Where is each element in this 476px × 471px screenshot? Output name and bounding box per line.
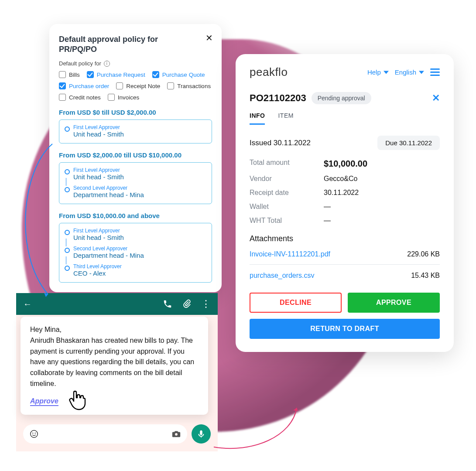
tab-info[interactable]: INFO <box>250 112 265 125</box>
chat-message-text: Hey Mina,Anirudh Bhaskaran has created n… <box>30 324 199 389</box>
chat-window: ← ⋮ Hey Mina,Anirudh Bhaskaran has creat… <box>16 293 218 459</box>
field-label: Vendor <box>250 175 324 183</box>
svg-point-3 <box>175 433 178 436</box>
attachment-link[interactable]: Invoice-INV-11112201.pdf <box>250 250 330 258</box>
more-icon[interactable]: ⋮ <box>201 298 211 310</box>
policy-option-checkbox[interactable]: Transactions <box>167 82 211 89</box>
policy-option-checkbox[interactable]: Purchase Request <box>87 71 145 78</box>
field-label: Receipt date <box>250 189 324 197</box>
help-dropdown[interactable]: Help <box>367 68 389 76</box>
approver-level: Second Level ApproverDepartment head - M… <box>69 246 205 259</box>
menu-icon[interactable] <box>430 68 440 76</box>
tier-box: First Level ApproverUnit head - SmithSec… <box>59 162 212 204</box>
field-label: WHT Total <box>250 217 324 225</box>
close-icon[interactable]: ✕ <box>432 92 440 104</box>
tier-box: First Level ApproverUnit head - SmithSec… <box>59 223 212 283</box>
field-label: Wallet <box>250 203 324 211</box>
status-badge: Pending approval <box>312 92 371 104</box>
chevron-down-icon <box>419 70 424 75</box>
policy-title: Default approval policy for PR/PQ/PO <box>59 34 181 54</box>
attachment-row: Invoice-INV-11112201.pdf229.06 KB <box>250 250 440 265</box>
wallet-value: — <box>324 203 440 211</box>
total-amount: $10,000.00 <box>324 159 440 169</box>
approver-level: First Level ApproverUnit head - Smith <box>69 228 205 241</box>
chat-input[interactable] <box>23 424 187 444</box>
attachment-size: 229.06 KB <box>407 250 440 258</box>
attachment-icon[interactable] <box>182 299 192 309</box>
policy-option-checkbox[interactable]: Purchase Quote <box>152 71 205 78</box>
policy-option-checkbox[interactable]: Bills <box>59 71 80 78</box>
wht-value: — <box>324 217 440 225</box>
policy-option-checkbox[interactable]: Receipt Note <box>116 82 160 89</box>
attachment-row: purchase_orders.csv15.43 KB <box>250 272 440 282</box>
tier-title: From USD $0 till USD $2,000.00 <box>59 109 212 116</box>
brand-logo: peakflo <box>250 65 288 79</box>
mic-button[interactable] <box>192 424 211 444</box>
policy-option-checkbox[interactable]: Credit notes <box>59 94 101 101</box>
vendor-name: Gecco&Co <box>324 175 440 183</box>
decline-button[interactable]: DECLINE <box>250 293 342 313</box>
policy-subtitle: Default policy for i <box>59 60 212 67</box>
return-to-draft-button[interactable]: RETURN TO DRAFT <box>250 319 440 339</box>
receipt-date: 30.11.2022 <box>324 189 440 197</box>
po-details-card: peakflo Help English PO21102203 Pending … <box>236 54 454 352</box>
policy-option-grid: BillsPurchase RequestPurchase QuotePurch… <box>59 71 212 101</box>
due-date: Due 30.11.2022 <box>377 136 440 150</box>
chat-header: ← ⋮ <box>16 293 218 315</box>
approver-level: Third Level ApproverCEO - Alex <box>69 263 205 277</box>
attachment-link[interactable]: purchase_orders.csv <box>250 272 315 280</box>
tab-item[interactable]: ITEM <box>278 112 293 125</box>
approval-policy-card: Default approval policy for PR/PQ/PO ✕ D… <box>49 24 222 292</box>
policy-option-checkbox[interactable]: Invoices <box>108 94 140 101</box>
tier-box: First Level ApproverUnit head - Smith <box>59 119 212 143</box>
chat-message-bubble: Hey Mina,Anirudh Bhaskaran has created n… <box>21 317 208 415</box>
attachment-size: 15.43 KB <box>411 272 440 280</box>
phone-icon[interactable] <box>163 299 172 309</box>
policy-option-checkbox[interactable]: Purchase order <box>59 82 109 89</box>
field-label: Total amount <box>250 159 324 169</box>
svg-point-2 <box>35 433 36 433</box>
emoji-icon[interactable] <box>29 429 39 439</box>
pointer-cursor-icon <box>68 390 87 416</box>
approve-button[interactable]: APPROVE <box>348 293 440 313</box>
back-icon[interactable]: ← <box>23 299 32 309</box>
approver-level: Second Level ApproverDepartment head - M… <box>69 185 205 198</box>
issued-date: Issued 30.11.2022 <box>250 139 311 147</box>
po-number: PO21102203 <box>250 92 306 104</box>
info-icon[interactable]: i <box>104 61 110 67</box>
tier-title: From USD $10,000.00 and above <box>59 212 212 219</box>
language-dropdown[interactable]: English <box>395 68 424 76</box>
attachments-title: Attachments <box>250 234 440 243</box>
svg-point-0 <box>31 430 38 438</box>
chevron-down-icon <box>384 70 389 75</box>
approver-level: First Level ApproverUnit head - Smith <box>69 167 205 181</box>
approver-level: First Level ApproverUnit head - Smith <box>69 124 205 138</box>
approve-link[interactable]: Approve <box>30 397 58 406</box>
tier-title: From USD $2,000.00 till USD $10,000.00 <box>59 151 212 159</box>
close-icon[interactable]: ✕ <box>205 33 213 43</box>
camera-icon[interactable] <box>171 429 181 439</box>
svg-point-1 <box>32 433 33 433</box>
